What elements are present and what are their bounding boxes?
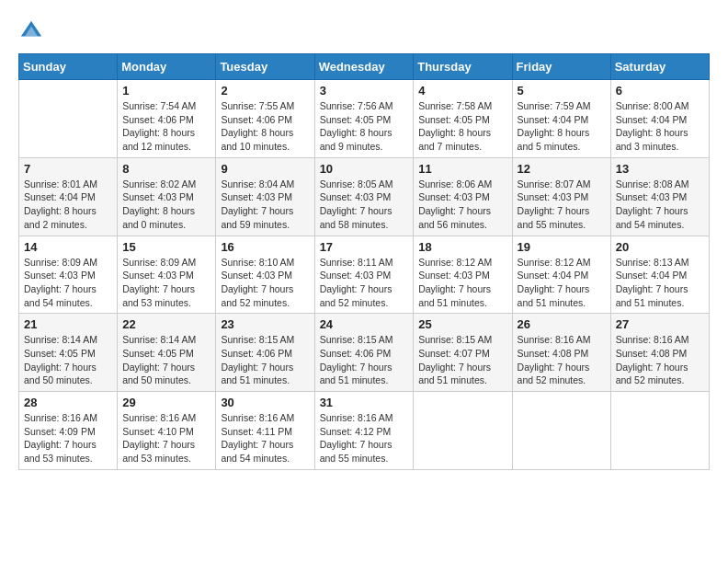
calendar-cell: 29Sunrise: 8:16 AM Sunset: 4:10 PM Dayli… — [118, 392, 216, 470]
calendar-header-row: SundayMondayTuesdayWednesdayThursdayFrid… — [19, 54, 710, 80]
calendar-cell: 27Sunrise: 8:16 AM Sunset: 4:08 PM Dayli… — [610, 314, 709, 392]
day-number: 12 — [518, 162, 606, 176]
day-number: 27 — [616, 317, 704, 331]
day-info: Sunrise: 7:58 AM Sunset: 4:05 PM Dayligh… — [418, 99, 506, 154]
calendar-cell — [512, 392, 610, 470]
calendar-cell: 4Sunrise: 7:58 AM Sunset: 4:05 PM Daylig… — [414, 80, 512, 158]
day-info: Sunrise: 8:02 AM Sunset: 4:03 PM Dayligh… — [122, 178, 210, 232]
day-info: Sunrise: 8:16 AM Sunset: 4:09 PM Dayligh… — [24, 411, 112, 465]
day-number: 22 — [122, 317, 210, 331]
calendar-cell: 15Sunrise: 8:09 AM Sunset: 4:03 PM Dayli… — [118, 236, 216, 314]
day-number: 10 — [320, 162, 409, 176]
day-number: 16 — [221, 240, 309, 254]
day-info: Sunrise: 8:16 AM Sunset: 4:12 PM Dayligh… — [320, 411, 409, 465]
day-number: 17 — [320, 240, 409, 254]
day-info: Sunrise: 8:15 AM Sunset: 4:07 PM Dayligh… — [418, 333, 506, 387]
calendar-table: SundayMondayTuesdayWednesdayThursdayFrid… — [18, 53, 710, 470]
day-info: Sunrise: 8:16 AM Sunset: 4:11 PM Dayligh… — [221, 411, 309, 465]
day-info: Sunrise: 7:59 AM Sunset: 4:04 PM Dayligh… — [518, 99, 606, 154]
calendar-cell: 18Sunrise: 8:12 AM Sunset: 4:03 PM Dayli… — [414, 236, 512, 314]
day-info: Sunrise: 8:16 AM Sunset: 4:08 PM Dayligh… — [518, 333, 606, 387]
day-number: 14 — [24, 240, 112, 254]
day-info: Sunrise: 8:14 AM Sunset: 4:05 PM Dayligh… — [24, 333, 112, 387]
day-info: Sunrise: 8:08 AM Sunset: 4:03 PM Dayligh… — [616, 178, 704, 232]
day-info: Sunrise: 7:56 AM Sunset: 4:05 PM Dayligh… — [320, 99, 409, 154]
day-number: 30 — [221, 396, 309, 409]
day-info: Sunrise: 8:07 AM Sunset: 4:03 PM Dayligh… — [518, 178, 606, 232]
day-number: 26 — [518, 317, 606, 331]
day-number: 21 — [24, 317, 112, 331]
day-info: Sunrise: 8:10 AM Sunset: 4:03 PM Dayligh… — [221, 256, 309, 310]
calendar-cell: 5Sunrise: 7:59 AM Sunset: 4:04 PM Daylig… — [512, 80, 610, 158]
day-header-wednesday: Wednesday — [314, 54, 414, 80]
calendar-cell: 23Sunrise: 8:15 AM Sunset: 4:06 PM Dayli… — [216, 314, 314, 392]
day-number: 3 — [320, 84, 409, 98]
day-number: 28 — [24, 396, 112, 409]
day-info: Sunrise: 8:09 AM Sunset: 4:03 PM Dayligh… — [122, 256, 210, 310]
day-info: Sunrise: 8:01 AM Sunset: 4:04 PM Dayligh… — [24, 178, 112, 232]
calendar-cell: 16Sunrise: 8:10 AM Sunset: 4:03 PM Dayli… — [216, 236, 314, 314]
calendar-cell — [19, 80, 118, 158]
day-info: Sunrise: 8:13 AM Sunset: 4:04 PM Dayligh… — [616, 256, 704, 310]
logo-icon — [18, 18, 44, 44]
calendar-cell: 9Sunrise: 8:04 AM Sunset: 4:03 PM Daylig… — [216, 157, 314, 236]
calendar-cell: 26Sunrise: 8:16 AM Sunset: 4:08 PM Dayli… — [512, 314, 610, 392]
day-info: Sunrise: 7:54 AM Sunset: 4:06 PM Dayligh… — [122, 99, 210, 154]
calendar-cell: 22Sunrise: 8:14 AM Sunset: 4:05 PM Dayli… — [118, 314, 216, 392]
calendar-week-1: 1Sunrise: 7:54 AM Sunset: 4:06 PM Daylig… — [19, 80, 710, 158]
calendar-cell: 25Sunrise: 8:15 AM Sunset: 4:07 PM Dayli… — [414, 314, 512, 392]
calendar-cell: 10Sunrise: 8:05 AM Sunset: 4:03 PM Dayli… — [314, 157, 414, 236]
calendar-body: 1Sunrise: 7:54 AM Sunset: 4:06 PM Daylig… — [19, 80, 710, 470]
day-number: 7 — [24, 162, 112, 176]
day-number: 24 — [320, 317, 409, 331]
calendar-cell: 12Sunrise: 8:07 AM Sunset: 4:03 PM Dayli… — [512, 157, 610, 236]
calendar-cell: 1Sunrise: 7:54 AM Sunset: 4:06 PM Daylig… — [118, 80, 216, 158]
day-info: Sunrise: 8:06 AM Sunset: 4:03 PM Dayligh… — [418, 178, 506, 232]
day-info: Sunrise: 8:00 AM Sunset: 4:04 PM Dayligh… — [616, 99, 704, 154]
calendar-cell: 11Sunrise: 8:06 AM Sunset: 4:03 PM Dayli… — [414, 157, 512, 236]
day-number: 15 — [122, 240, 210, 254]
day-info: Sunrise: 7:55 AM Sunset: 4:06 PM Dayligh… — [221, 99, 309, 154]
calendar-cell: 7Sunrise: 8:01 AM Sunset: 4:04 PM Daylig… — [19, 157, 118, 236]
day-header-tuesday: Tuesday — [216, 54, 314, 80]
calendar-cell: 2Sunrise: 7:55 AM Sunset: 4:06 PM Daylig… — [216, 80, 314, 158]
calendar-week-3: 14Sunrise: 8:09 AM Sunset: 4:03 PM Dayli… — [19, 236, 710, 314]
logo — [18, 18, 48, 44]
calendar-cell: 17Sunrise: 8:11 AM Sunset: 4:03 PM Dayli… — [314, 236, 414, 314]
day-number: 1 — [122, 84, 210, 98]
day-header-sunday: Sunday — [19, 54, 118, 80]
day-number: 4 — [418, 84, 506, 98]
day-info: Sunrise: 8:16 AM Sunset: 4:10 PM Dayligh… — [122, 411, 210, 465]
day-number: 2 — [221, 84, 309, 98]
page-header — [18, 18, 710, 44]
day-info: Sunrise: 8:05 AM Sunset: 4:03 PM Dayligh… — [320, 178, 409, 232]
calendar-cell: 28Sunrise: 8:16 AM Sunset: 4:09 PM Dayli… — [19, 392, 118, 470]
calendar-week-5: 28Sunrise: 8:16 AM Sunset: 4:09 PM Dayli… — [19, 392, 710, 470]
day-info: Sunrise: 8:15 AM Sunset: 4:06 PM Dayligh… — [221, 333, 309, 387]
day-number: 23 — [221, 317, 309, 331]
day-number: 25 — [418, 317, 506, 331]
day-header-friday: Friday — [512, 54, 610, 80]
day-info: Sunrise: 8:11 AM Sunset: 4:03 PM Dayligh… — [320, 256, 409, 310]
day-info: Sunrise: 8:09 AM Sunset: 4:03 PM Dayligh… — [24, 256, 112, 310]
day-number: 19 — [518, 240, 606, 254]
calendar-cell: 14Sunrise: 8:09 AM Sunset: 4:03 PM Dayli… — [19, 236, 118, 314]
calendar-cell: 13Sunrise: 8:08 AM Sunset: 4:03 PM Dayli… — [610, 157, 709, 236]
day-info: Sunrise: 8:04 AM Sunset: 4:03 PM Dayligh… — [221, 178, 309, 232]
day-number: 9 — [221, 162, 309, 176]
day-number: 8 — [122, 162, 210, 176]
calendar-cell: 3Sunrise: 7:56 AM Sunset: 4:05 PM Daylig… — [314, 80, 414, 158]
calendar-cell: 31Sunrise: 8:16 AM Sunset: 4:12 PM Dayli… — [314, 392, 414, 470]
day-number: 5 — [518, 84, 606, 98]
day-info: Sunrise: 8:15 AM Sunset: 4:06 PM Dayligh… — [320, 333, 409, 387]
day-info: Sunrise: 8:16 AM Sunset: 4:08 PM Dayligh… — [616, 333, 704, 387]
calendar-week-4: 21Sunrise: 8:14 AM Sunset: 4:05 PM Dayli… — [19, 314, 710, 392]
day-header-thursday: Thursday — [414, 54, 512, 80]
calendar-cell — [610, 392, 709, 470]
calendar-cell: 6Sunrise: 8:00 AM Sunset: 4:04 PM Daylig… — [610, 80, 709, 158]
calendar-cell: 20Sunrise: 8:13 AM Sunset: 4:04 PM Dayli… — [610, 236, 709, 314]
day-number: 29 — [122, 396, 210, 409]
day-number: 20 — [616, 240, 704, 254]
calendar-cell: 19Sunrise: 8:12 AM Sunset: 4:04 PM Dayli… — [512, 236, 610, 314]
calendar-week-2: 7Sunrise: 8:01 AM Sunset: 4:04 PM Daylig… — [19, 157, 710, 236]
